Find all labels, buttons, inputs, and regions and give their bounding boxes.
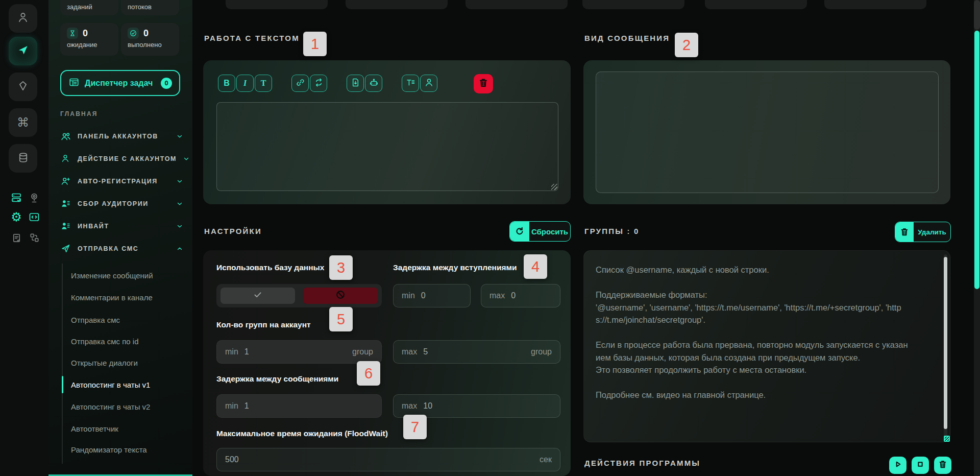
rail-diamond-button[interactable] <box>9 73 37 101</box>
rail-send-button[interactable] <box>9 37 37 65</box>
clipboard-check-icon[interactable] <box>9 230 24 245</box>
input-prefix: min <box>402 291 415 300</box>
task-manager-label: Диспетчер задач <box>85 79 153 88</box>
delete-groups-button[interactable]: Удалить <box>895 222 951 242</box>
join-delay-min-input[interactable]: min 0 <box>393 284 471 307</box>
top-module-card[interactable] <box>346 0 448 9</box>
top-module-card[interactable] <box>705 0 807 9</box>
delete-text-button[interactable] <box>474 74 493 93</box>
message-delay-min-input[interactable]: min 1 <box>216 394 382 418</box>
input-value: 0 <box>421 291 426 300</box>
link-button[interactable] <box>291 75 309 92</box>
submenu-item-autoresponder[interactable]: Автоответчик <box>71 421 186 436</box>
sidebar-item-account-action[interactable]: ДЕЙСТВИЕ С АККАУНТОМ <box>60 151 183 166</box>
floodwait-input[interactable]: 500 сек <box>216 448 560 471</box>
sidebar: заданий потоков 0 ожидание 0 выполнено Д… <box>48 0 192 476</box>
stat-label: выполнено <box>128 41 173 49</box>
input-prefix: min <box>225 347 238 356</box>
mention-button[interactable] <box>420 75 437 92</box>
code-window-icon[interactable] <box>27 209 42 225</box>
stop-button[interactable] <box>912 457 929 474</box>
swap-icon[interactable] <box>27 230 42 245</box>
bot-button[interactable] <box>365 75 382 92</box>
repeat-button[interactable] <box>310 75 327 92</box>
sidebar-item-invite[interactable]: ИНВАЙТ <box>60 219 183 234</box>
top-module-card[interactable] <box>226 0 328 9</box>
rail-command-button[interactable]: ⌘ <box>9 108 37 137</box>
chevron-down-icon <box>176 133 183 140</box>
submenu-item-autoposting-v1[interactable]: Автопостинг в чаты v1 <box>71 377 186 392</box>
user-icon <box>16 11 30 26</box>
toggle-yes-option[interactable] <box>220 288 295 304</box>
submenu-item-channel-comments[interactable]: Комментарии в канале <box>71 290 186 305</box>
groups-resize-handle[interactable] <box>944 436 950 442</box>
command-icon: ⌘ <box>17 115 29 130</box>
user-list-icon <box>60 198 71 209</box>
page-scrollbar-thumb[interactable] <box>974 31 979 289</box>
server-check-icon[interactable] <box>9 190 24 205</box>
chevron-down-icon <box>176 178 183 185</box>
sidebar-item-accounts-panel[interactable]: ПАНЕЛЬ АККАУНТОВ <box>60 129 183 144</box>
submenu-item-open-dialogs[interactable]: Открытые диалоги <box>71 355 186 370</box>
delete-label: Удалить <box>914 228 950 236</box>
user-list-icon <box>60 221 71 232</box>
start-button[interactable] <box>889 457 906 474</box>
annotation-marker-2: 2 <box>675 33 698 57</box>
stat-value: 0 <box>83 28 88 39</box>
sidebar-item-send-sms[interactable]: ОТПРАВКА СМС <box>60 241 183 256</box>
input-value: 1 <box>244 347 249 356</box>
submenu-item-send-sms-by-id[interactable]: Отправка смс по id <box>71 334 186 349</box>
message-text-input[interactable] <box>216 102 558 191</box>
trash-icon <box>895 222 914 242</box>
submenu-item-text-randomizer[interactable]: Рандомизатор текста <box>71 442 186 457</box>
groups-input[interactable] <box>583 250 950 442</box>
stat-card-waiting: 0 ожидание <box>60 23 118 56</box>
sidebar-item-audience-collect[interactable]: СБОР АУДИТОРИИ <box>60 196 183 211</box>
users-icon <box>60 131 71 142</box>
task-manager-button[interactable]: Диспетчер задач 0 <box>60 70 180 96</box>
page-scrollbar-top-segment <box>974 0 980 30</box>
bold-button[interactable]: B <box>218 75 235 92</box>
italic-button[interactable]: I <box>236 75 254 92</box>
title-label: T <box>261 79 266 88</box>
rail-user-button[interactable] <box>9 4 37 33</box>
message-preview-panel <box>596 72 939 193</box>
submenu-item-autoposting-v2[interactable]: Автопостинг в чаты v2 <box>71 399 186 414</box>
file-download-icon <box>350 77 361 90</box>
title-button[interactable]: T <box>255 75 272 92</box>
rail-database-button[interactable] <box>9 144 37 173</box>
check-icon <box>252 289 263 302</box>
nav-label: АВТО-РЕГИСТРАЦИЯ <box>78 178 158 185</box>
reset-button[interactable]: Сбросить <box>509 221 571 242</box>
input-value: 0 <box>511 291 516 300</box>
ban-icon <box>335 289 346 302</box>
app-root: ⌘ ⚙ заданий потоков 0 ожидание 0 выполне… <box>0 0 980 476</box>
top-module-card[interactable] <box>582 0 684 9</box>
join-delay-max-input[interactable]: max 0 <box>481 284 560 307</box>
input-prefix: max <box>402 347 417 356</box>
groups-per-account-min-input[interactable]: min 1 group <box>216 340 382 364</box>
repeat-icon <box>313 77 324 90</box>
reset-label: Сбросить <box>529 227 570 236</box>
top-module-card[interactable] <box>465 0 568 9</box>
submenu-item-send-sms[interactable]: Отправка смс <box>71 312 186 327</box>
input-unit: сек <box>540 455 552 464</box>
actions-title: ДЕЙСТВИЯ ПРОГРАММЫ <box>584 459 700 467</box>
file-insert-button[interactable] <box>347 75 364 92</box>
submenu-item-change-messages[interactable]: Изменение сообщений <box>71 268 186 283</box>
webcam-icon[interactable] <box>27 190 42 205</box>
toggle-no-option[interactable] <box>303 288 378 304</box>
textarea-resize-handle[interactable] <box>551 184 557 190</box>
groups-per-account-max-input[interactable]: max 5 group <box>393 340 560 364</box>
sidebar-item-auto-registration[interactable]: АВТО-РЕГИСТРАЦИЯ <box>60 174 183 189</box>
input-value: 500 <box>225 455 239 464</box>
bold-label: B <box>224 79 230 88</box>
settings-title: НАСТРОЙКИ <box>204 227 262 235</box>
gear-icon[interactable]: ⚙ <box>9 209 24 225</box>
top-module-card[interactable] <box>824 0 926 9</box>
delete-run-button[interactable] <box>934 457 951 474</box>
text-format-button[interactable] <box>402 75 419 92</box>
input-value: 10 <box>423 401 432 411</box>
groups-scrollbar-thumb[interactable] <box>944 257 947 429</box>
italic-label: I <box>243 79 247 88</box>
